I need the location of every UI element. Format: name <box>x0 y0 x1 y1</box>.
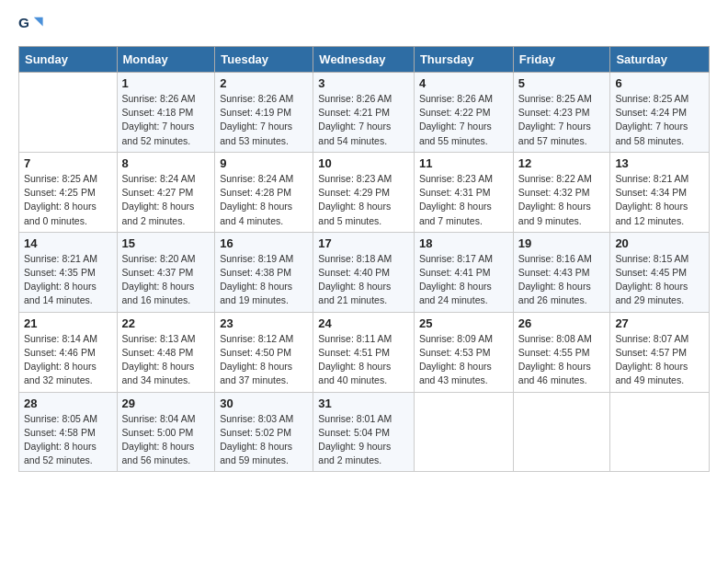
day-number: 28 <box>24 396 112 410</box>
week-row-1: 1Sunrise: 8:26 AM Sunset: 4:18 PM Daylig… <box>19 73 710 153</box>
day-number: 10 <box>318 156 409 170</box>
day-info: Sunrise: 8:21 AM Sunset: 4:34 PM Dayligh… <box>615 172 704 228</box>
calendar-cell: 11Sunrise: 8:23 AM Sunset: 4:31 PM Dayli… <box>414 152 513 232</box>
header: G <box>18 15 710 40</box>
calendar-cell <box>414 392 513 472</box>
calendar-cell: 5Sunrise: 8:25 AM Sunset: 4:23 PM Daylig… <box>513 73 610 153</box>
calendar-cell: 23Sunrise: 8:12 AM Sunset: 4:50 PM Dayli… <box>215 312 313 392</box>
calendar-cell: 4Sunrise: 8:26 AM Sunset: 4:22 PM Daylig… <box>414 73 513 153</box>
day-info: Sunrise: 8:14 AM Sunset: 4:46 PM Dayligh… <box>24 332 112 388</box>
day-info: Sunrise: 8:26 AM Sunset: 4:22 PM Dayligh… <box>419 92 508 148</box>
day-info: Sunrise: 8:11 AM Sunset: 4:51 PM Dayligh… <box>318 332 409 388</box>
day-number: 18 <box>419 236 508 250</box>
header-day-saturday: Saturday <box>610 47 710 73</box>
day-info: Sunrise: 8:25 AM Sunset: 4:24 PM Dayligh… <box>615 92 704 148</box>
calendar-cell: 17Sunrise: 8:18 AM Sunset: 4:40 PM Dayli… <box>313 232 415 312</box>
day-number: 5 <box>518 76 606 90</box>
calendar-cell: 6Sunrise: 8:25 AM Sunset: 4:24 PM Daylig… <box>610 73 710 153</box>
calendar-cell: 18Sunrise: 8:17 AM Sunset: 4:41 PM Dayli… <box>414 232 513 312</box>
calendar-cell: 15Sunrise: 8:20 AM Sunset: 4:37 PM Dayli… <box>117 232 215 312</box>
calendar-cell: 25Sunrise: 8:09 AM Sunset: 4:53 PM Dayli… <box>414 312 513 392</box>
calendar-cell: 9Sunrise: 8:24 AM Sunset: 4:28 PM Daylig… <box>215 152 313 232</box>
calendar-cell: 22Sunrise: 8:13 AM Sunset: 4:48 PM Dayli… <box>117 312 215 392</box>
day-number: 24 <box>318 316 409 330</box>
day-number: 12 <box>518 156 606 170</box>
header-row: SundayMondayTuesdayWednesdayThursdayFrid… <box>19 47 710 73</box>
calendar-cell: 19Sunrise: 8:16 AM Sunset: 4:43 PM Dayli… <box>513 232 610 312</box>
logo: G <box>18 15 48 40</box>
day-info: Sunrise: 8:24 AM Sunset: 4:28 PM Dayligh… <box>220 172 308 228</box>
day-info: Sunrise: 8:15 AM Sunset: 4:45 PM Dayligh… <box>615 252 704 308</box>
day-number: 16 <box>220 236 308 250</box>
day-number: 2 <box>220 76 308 90</box>
day-number: 15 <box>122 236 210 250</box>
day-info: Sunrise: 8:24 AM Sunset: 4:27 PM Dayligh… <box>122 172 210 228</box>
day-info: Sunrise: 8:08 AM Sunset: 4:55 PM Dayligh… <box>518 332 606 388</box>
week-row-4: 21Sunrise: 8:14 AM Sunset: 4:46 PM Dayli… <box>19 312 710 392</box>
calendar-cell: 7Sunrise: 8:25 AM Sunset: 4:25 PM Daylig… <box>19 152 118 232</box>
calendar-cell: 12Sunrise: 8:22 AM Sunset: 4:32 PM Dayli… <box>513 152 610 232</box>
calendar-cell: 1Sunrise: 8:26 AM Sunset: 4:18 PM Daylig… <box>117 73 215 153</box>
calendar-cell: 14Sunrise: 8:21 AM Sunset: 4:35 PM Dayli… <box>19 232 118 312</box>
day-info: Sunrise: 8:22 AM Sunset: 4:32 PM Dayligh… <box>518 172 606 228</box>
day-info: Sunrise: 8:07 AM Sunset: 4:57 PM Dayligh… <box>615 332 704 388</box>
day-info: Sunrise: 8:19 AM Sunset: 4:38 PM Dayligh… <box>220 252 308 308</box>
day-number: 4 <box>419 76 508 90</box>
calendar-cell: 8Sunrise: 8:24 AM Sunset: 4:27 PM Daylig… <box>117 152 215 232</box>
calendar-cell: 31Sunrise: 8:01 AM Sunset: 5:04 PM Dayli… <box>313 392 415 472</box>
calendar-header: SundayMondayTuesdayWednesdayThursdayFrid… <box>19 47 710 73</box>
day-number: 29 <box>122 396 210 410</box>
day-number: 30 <box>220 396 308 410</box>
week-row-3: 14Sunrise: 8:21 AM Sunset: 4:35 PM Dayli… <box>19 232 710 312</box>
day-info: Sunrise: 8:18 AM Sunset: 4:40 PM Dayligh… <box>318 252 409 308</box>
day-info: Sunrise: 8:20 AM Sunset: 4:37 PM Dayligh… <box>122 252 210 308</box>
day-number: 11 <box>419 156 508 170</box>
header-day-sunday: Sunday <box>19 47 118 73</box>
day-info: Sunrise: 8:01 AM Sunset: 5:04 PM Dayligh… <box>318 412 409 468</box>
day-info: Sunrise: 8:23 AM Sunset: 4:31 PM Dayligh… <box>419 172 508 228</box>
day-info: Sunrise: 8:23 AM Sunset: 4:29 PM Dayligh… <box>318 172 409 228</box>
day-number: 8 <box>122 156 210 170</box>
day-number: 7 <box>24 156 112 170</box>
calendar-container: G SundayMondayTuesdayWednesdayThursdayFr… <box>0 0 728 487</box>
day-number: 26 <box>518 316 606 330</box>
day-info: Sunrise: 8:17 AM Sunset: 4:41 PM Dayligh… <box>419 252 508 308</box>
day-info: Sunrise: 8:12 AM Sunset: 4:50 PM Dayligh… <box>220 332 308 388</box>
week-row-5: 28Sunrise: 8:05 AM Sunset: 4:58 PM Dayli… <box>19 392 710 472</box>
header-day-thursday: Thursday <box>414 47 513 73</box>
logo-icon: G <box>18 15 44 40</box>
calendar-cell: 24Sunrise: 8:11 AM Sunset: 4:51 PM Dayli… <box>313 312 415 392</box>
day-info: Sunrise: 8:16 AM Sunset: 4:43 PM Dayligh… <box>518 252 606 308</box>
day-number: 31 <box>318 396 409 410</box>
day-number: 25 <box>419 316 508 330</box>
day-number: 3 <box>318 76 409 90</box>
calendar-cell <box>513 392 610 472</box>
day-info: Sunrise: 8:26 AM Sunset: 4:21 PM Dayligh… <box>318 92 409 148</box>
calendar-cell: 2Sunrise: 8:26 AM Sunset: 4:19 PM Daylig… <box>215 73 313 153</box>
day-number: 6 <box>615 76 704 90</box>
day-info: Sunrise: 8:03 AM Sunset: 5:02 PM Dayligh… <box>220 412 308 468</box>
day-info: Sunrise: 8:26 AM Sunset: 4:19 PM Dayligh… <box>220 92 308 148</box>
calendar-cell: 16Sunrise: 8:19 AM Sunset: 4:38 PM Dayli… <box>215 232 313 312</box>
day-info: Sunrise: 8:25 AM Sunset: 4:25 PM Dayligh… <box>24 172 112 228</box>
calendar-cell <box>19 73 118 153</box>
calendar-cell: 20Sunrise: 8:15 AM Sunset: 4:45 PM Dayli… <box>610 232 710 312</box>
calendar-cell: 27Sunrise: 8:07 AM Sunset: 4:57 PM Dayli… <box>610 312 710 392</box>
header-day-wednesday: Wednesday <box>313 47 415 73</box>
day-number: 14 <box>24 236 112 250</box>
calendar-cell: 29Sunrise: 8:04 AM Sunset: 5:00 PM Dayli… <box>117 392 215 472</box>
header-day-monday: Monday <box>117 47 215 73</box>
day-number: 22 <box>122 316 210 330</box>
day-number: 13 <box>615 156 704 170</box>
svg-marker-1 <box>34 17 43 27</box>
week-row-2: 7Sunrise: 8:25 AM Sunset: 4:25 PM Daylig… <box>19 152 710 232</box>
calendar-table: SundayMondayTuesdayWednesdayThursdayFrid… <box>18 46 710 472</box>
calendar-cell: 26Sunrise: 8:08 AM Sunset: 4:55 PM Dayli… <box>513 312 610 392</box>
day-info: Sunrise: 8:21 AM Sunset: 4:35 PM Dayligh… <box>24 252 112 308</box>
svg-text:G: G <box>18 15 29 30</box>
day-info: Sunrise: 8:09 AM Sunset: 4:53 PM Dayligh… <box>419 332 508 388</box>
calendar-cell <box>610 392 710 472</box>
calendar-cell: 28Sunrise: 8:05 AM Sunset: 4:58 PM Dayli… <box>19 392 118 472</box>
day-number: 21 <box>24 316 112 330</box>
calendar-cell: 10Sunrise: 8:23 AM Sunset: 4:29 PM Dayli… <box>313 152 415 232</box>
